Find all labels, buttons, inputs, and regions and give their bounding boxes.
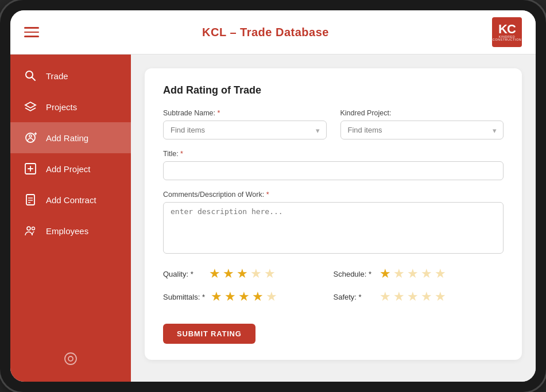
submittals-star-3[interactable]: ★ <box>238 289 250 304</box>
safety-star-5[interactable]: ★ <box>435 289 446 304</box>
sidebar-label-trade: Trade <box>46 71 68 81</box>
header: KCL – Trade Database KC KINDRED CONSTRUC… <box>10 10 536 55</box>
submittals-star-4[interactable]: ★ <box>252 289 264 304</box>
logo: KC KINDRED CONSTRUCTION <box>492 17 522 47</box>
logo-sub: KINDRED CONSTRUCTION <box>493 36 521 42</box>
sidebar-label-add-contract: Add Contract <box>46 195 96 205</box>
kindred-label: Kindred Project: <box>340 109 504 117</box>
safety-label: Safety: * <box>334 293 374 301</box>
safety-star-4[interactable]: ★ <box>421 289 432 304</box>
svg-point-15 <box>32 227 35 230</box>
svg-point-4 <box>29 135 32 137</box>
main-layout: Trade Projects <box>10 55 536 382</box>
rating-section: Quality: * ★ ★ ★ ★ ★ Schedule: <box>163 266 504 304</box>
svg-line-1 <box>32 77 36 81</box>
quality-star-2[interactable]: ★ <box>223 266 234 281</box>
tablet-screen: KCL – Trade Database KC KINDRED CONSTRUC… <box>10 10 536 382</box>
sidebar-bottom <box>10 341 131 376</box>
sidebar-item-projects[interactable]: Projects <box>10 91 131 122</box>
safety-star-1[interactable]: ★ <box>380 289 391 304</box>
schedule-star-2[interactable]: ★ <box>393 266 405 281</box>
safety-star-2[interactable]: ★ <box>393 289 405 304</box>
submittals-star-5[interactable]: ★ <box>266 289 277 304</box>
form-row-1: Subtrade Name: * Kindred Project: <box>163 109 504 139</box>
svg-point-14 <box>27 227 30 230</box>
rating-row-2: Submittals: * ★ ★ ★ ★ ★ Safety <box>163 289 504 304</box>
sidebar-label-add-rating: Add Rating <box>46 133 88 143</box>
sidebar-label-employees: Employees <box>46 226 88 236</box>
settings-icon[interactable] <box>63 351 79 367</box>
people-icon <box>23 223 38 238</box>
schedule-rating: Schedule: * ★ ★ ★ ★ ★ <box>334 266 504 281</box>
layers-icon <box>23 99 38 114</box>
sidebar-item-add-project[interactable]: Add Project <box>10 153 131 184</box>
svg-marker-2 <box>25 102 36 108</box>
subtrade-select[interactable] <box>163 121 327 139</box>
quality-rating: Quality: * ★ ★ ★ ★ ★ <box>163 266 334 281</box>
safety-rating: Safety: * ★ ★ ★ ★ ★ <box>334 289 504 304</box>
submittals-label: Submittals: * <box>163 293 205 301</box>
sidebar-item-employees[interactable]: Employees <box>10 215 131 246</box>
document-icon <box>23 192 38 207</box>
kindred-select[interactable] <box>340 121 504 139</box>
logo-box: KC KINDRED CONSTRUCTION <box>492 17 522 47</box>
sidebar-item-add-contract[interactable]: Add Contract <box>10 184 131 215</box>
submittals-star-2[interactable]: ★ <box>224 289 236 304</box>
submit-button[interactable]: SUBMIT RATING <box>163 324 255 344</box>
quality-star-4[interactable]: ★ <box>250 266 262 281</box>
kindred-group: Kindred Project: <box>340 109 504 139</box>
schedule-label: Schedule: * <box>334 270 374 278</box>
sidebar-label-projects: Projects <box>46 102 77 112</box>
schedule-stars[interactable]: ★ ★ ★ ★ ★ <box>380 266 446 281</box>
menu-button[interactable] <box>24 27 39 37</box>
schedule-star-3[interactable]: ★ <box>407 266 419 281</box>
add-box-icon <box>23 161 38 176</box>
comments-group: Comments/Description of Work: * <box>163 191 504 254</box>
form-card: Add Rating of Trade Subtrade Name: * <box>145 68 522 360</box>
safety-star-3[interactable]: ★ <box>407 289 419 304</box>
kindred-select-wrap <box>340 121 504 139</box>
schedule-star-1[interactable]: ★ <box>380 266 391 281</box>
quality-star-3[interactable]: ★ <box>237 266 248 281</box>
header-title: KCL – Trade Database <box>202 26 329 39</box>
comments-label: Comments/Description of Work: * <box>163 191 504 199</box>
quality-stars[interactable]: ★ ★ ★ ★ ★ <box>209 266 276 281</box>
subtrade-select-wrap <box>163 121 327 139</box>
sidebar-item-add-rating[interactable]: Add Rating <box>10 122 131 153</box>
svg-point-17 <box>68 356 73 361</box>
svg-rect-10 <box>26 195 34 205</box>
submittals-rating: Submittals: * ★ ★ ★ ★ ★ <box>163 289 334 304</box>
form-title: Add Rating of Trade <box>163 84 504 96</box>
form-row-2: Title: * <box>163 150 504 180</box>
safety-stars[interactable]: ★ ★ ★ ★ ★ <box>380 289 446 304</box>
search-icon <box>23 68 38 83</box>
content-area: Add Rating of Trade Subtrade Name: * <box>131 55 536 382</box>
form-row-3: Comments/Description of Work: * <box>163 191 504 254</box>
tablet-frame: KCL – Trade Database KC KINDRED CONSTRUC… <box>0 0 546 392</box>
logo-letters: KC <box>498 23 516 36</box>
quality-star-5[interactable]: ★ <box>264 266 276 281</box>
subtrade-label: Subtrade Name: * <box>163 109 327 117</box>
rating-row-1: Quality: * ★ ★ ★ ★ ★ Schedule: <box>163 266 504 281</box>
sidebar: Trade Projects <box>10 55 131 382</box>
quality-label: Quality: * <box>163 270 203 278</box>
sidebar-label-add-project: Add Project <box>46 164 91 174</box>
svg-point-16 <box>65 353 76 364</box>
submittals-star-1[interactable]: ★ <box>211 289 222 304</box>
star-icon <box>23 130 38 145</box>
title-group: Title: * <box>163 150 504 180</box>
quality-star-1[interactable]: ★ <box>209 266 220 281</box>
title-input[interactable] <box>163 161 504 180</box>
comments-textarea[interactable] <box>163 202 504 254</box>
sidebar-item-trade[interactable]: Trade <box>10 60 131 91</box>
schedule-star-4[interactable]: ★ <box>421 266 432 281</box>
schedule-star-5[interactable]: ★ <box>435 266 446 281</box>
submittals-stars[interactable]: ★ ★ ★ ★ ★ <box>211 289 277 304</box>
title-label: Title: * <box>163 150 504 158</box>
subtrade-group: Subtrade Name: * <box>163 109 327 139</box>
